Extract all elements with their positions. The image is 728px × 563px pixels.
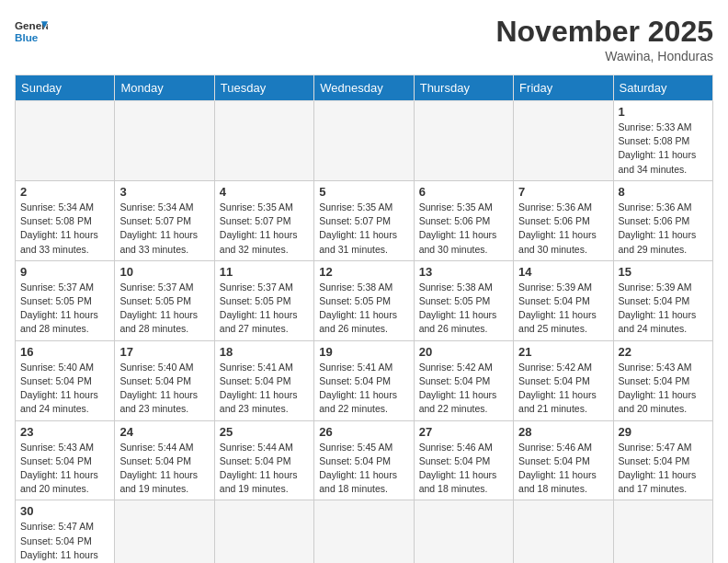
calendar-week-row: 16Sunrise: 5:40 AM Sunset: 5:04 PM Dayli… [16, 340, 713, 420]
day-number: 3 [119, 185, 209, 199]
day-info: Sunrise: 5:42 AM Sunset: 5:04 PM Dayligh… [518, 361, 608, 417]
calendar-cell: 27Sunrise: 5:46 AM Sunset: 5:04 PM Dayli… [414, 420, 513, 500]
col-header-tuesday: Tuesday [214, 75, 313, 101]
month-title: November 2025 [495, 15, 713, 49]
calendar-cell [414, 101, 513, 181]
calendar-cell [314, 101, 414, 181]
calendar-cell: 11Sunrise: 5:37 AM Sunset: 5:05 PM Dayli… [214, 260, 313, 340]
day-number: 7 [518, 185, 608, 199]
calendar-cell [16, 101, 115, 181]
day-info: Sunrise: 5:33 AM Sunset: 5:08 PM Dayligh… [619, 121, 708, 177]
day-info: Sunrise: 5:36 AM Sunset: 5:06 PM Dayligh… [619, 201, 708, 257]
calendar-cell [214, 101, 313, 181]
day-number: 1 [619, 105, 708, 119]
calendar-week-row: 23Sunrise: 5:43 AM Sunset: 5:04 PM Dayli… [16, 420, 713, 500]
day-info: Sunrise: 5:47 AM Sunset: 5:04 PM Dayligh… [20, 520, 109, 563]
day-number: 22 [619, 345, 708, 359]
calendar-cell: 21Sunrise: 5:42 AM Sunset: 5:04 PM Dayli… [514, 340, 613, 420]
calendar-cell: 26Sunrise: 5:45 AM Sunset: 5:04 PM Dayli… [314, 420, 414, 500]
calendar-cell: 5Sunrise: 5:35 AM Sunset: 5:07 PM Daylig… [314, 180, 414, 260]
location: Wawina, Honduras [495, 49, 713, 63]
day-number: 24 [119, 425, 209, 439]
day-info: Sunrise: 5:34 AM Sunset: 5:08 PM Dayligh… [20, 201, 109, 257]
calendar-cell: 14Sunrise: 5:39 AM Sunset: 5:04 PM Dayli… [514, 260, 613, 340]
col-header-wednesday: Wednesday [314, 75, 414, 101]
calendar-cell: 28Sunrise: 5:46 AM Sunset: 5:04 PM Dayli… [514, 420, 613, 500]
day-number: 5 [319, 185, 408, 199]
col-header-monday: Monday [115, 75, 214, 101]
day-info: Sunrise: 5:38 AM Sunset: 5:05 PM Dayligh… [419, 281, 508, 337]
calendar-cell: 9Sunrise: 5:37 AM Sunset: 5:05 PM Daylig… [16, 260, 115, 340]
day-info: Sunrise: 5:37 AM Sunset: 5:05 PM Dayligh… [20, 281, 109, 337]
day-number: 15 [619, 265, 708, 279]
day-number: 13 [419, 265, 508, 279]
day-number: 4 [220, 185, 309, 199]
calendar-week-row: 2Sunrise: 5:34 AM Sunset: 5:08 PM Daylig… [16, 180, 713, 260]
day-number: 20 [419, 345, 508, 359]
calendar-cell: 20Sunrise: 5:42 AM Sunset: 5:04 PM Dayli… [414, 340, 513, 420]
col-header-sunday: Sunday [16, 75, 115, 101]
calendar-cell: 4Sunrise: 5:35 AM Sunset: 5:07 PM Daylig… [214, 180, 313, 260]
calendar-cell: 30Sunrise: 5:47 AM Sunset: 5:04 PM Dayli… [16, 500, 115, 563]
day-info: Sunrise: 5:37 AM Sunset: 5:05 PM Dayligh… [119, 281, 209, 337]
day-info: Sunrise: 5:34 AM Sunset: 5:07 PM Dayligh… [119, 201, 209, 257]
day-number: 16 [20, 345, 109, 359]
page-header: General Blue November 2025 Wawina, Hondu… [15, 15, 713, 63]
day-number: 26 [319, 425, 408, 439]
col-header-saturday: Saturday [613, 75, 712, 101]
svg-text:General: General [15, 19, 48, 31]
logo: General Blue [15, 15, 48, 48]
calendar-cell: 19Sunrise: 5:41 AM Sunset: 5:04 PM Dayli… [314, 340, 414, 420]
day-info: Sunrise: 5:45 AM Sunset: 5:04 PM Dayligh… [319, 441, 408, 497]
calendar-cell: 7Sunrise: 5:36 AM Sunset: 5:06 PM Daylig… [514, 180, 613, 260]
calendar-cell: 17Sunrise: 5:40 AM Sunset: 5:04 PM Dayli… [115, 340, 214, 420]
calendar-table: SundayMondayTuesdayWednesdayThursdayFrid… [15, 75, 713, 563]
calendar-cell: 10Sunrise: 5:37 AM Sunset: 5:05 PM Dayli… [115, 260, 214, 340]
day-info: Sunrise: 5:40 AM Sunset: 5:04 PM Dayligh… [119, 361, 209, 417]
day-info: Sunrise: 5:47 AM Sunset: 5:04 PM Dayligh… [619, 441, 708, 497]
calendar-cell [115, 101, 214, 181]
calendar-cell: 8Sunrise: 5:36 AM Sunset: 5:06 PM Daylig… [613, 180, 712, 260]
day-number: 19 [319, 345, 408, 359]
day-number: 10 [119, 265, 209, 279]
day-number: 28 [518, 425, 608, 439]
day-info: Sunrise: 5:39 AM Sunset: 5:04 PM Dayligh… [518, 281, 608, 337]
day-number: 17 [119, 345, 209, 359]
calendar-header-row: SundayMondayTuesdayWednesdayThursdayFrid… [16, 75, 713, 101]
col-header-thursday: Thursday [414, 75, 513, 101]
day-info: Sunrise: 5:36 AM Sunset: 5:06 PM Dayligh… [518, 201, 608, 257]
day-info: Sunrise: 5:35 AM Sunset: 5:07 PM Dayligh… [220, 201, 309, 257]
calendar-week-row: 9Sunrise: 5:37 AM Sunset: 5:05 PM Daylig… [16, 260, 713, 340]
day-number: 30 [20, 504, 109, 518]
calendar-cell: 15Sunrise: 5:39 AM Sunset: 5:04 PM Dayli… [613, 260, 712, 340]
svg-text:Blue: Blue [15, 31, 39, 43]
calendar-cell: 18Sunrise: 5:41 AM Sunset: 5:04 PM Dayli… [214, 340, 313, 420]
day-info: Sunrise: 5:38 AM Sunset: 5:05 PM Dayligh… [319, 281, 408, 337]
calendar-cell [214, 500, 313, 563]
calendar-cell: 3Sunrise: 5:34 AM Sunset: 5:07 PM Daylig… [115, 180, 214, 260]
logo-icon: General Blue [15, 15, 48, 48]
calendar-cell [514, 500, 613, 563]
day-number: 18 [220, 345, 309, 359]
day-number: 21 [518, 345, 608, 359]
calendar-cell [414, 500, 513, 563]
calendar-cell: 1Sunrise: 5:33 AM Sunset: 5:08 PM Daylig… [613, 101, 712, 181]
calendar-cell [613, 500, 712, 563]
day-number: 23 [20, 425, 109, 439]
day-info: Sunrise: 5:43 AM Sunset: 5:04 PM Dayligh… [20, 441, 109, 497]
calendar-cell [314, 500, 414, 563]
calendar-cell: 2Sunrise: 5:34 AM Sunset: 5:08 PM Daylig… [16, 180, 115, 260]
day-number: 12 [319, 265, 408, 279]
day-info: Sunrise: 5:44 AM Sunset: 5:04 PM Dayligh… [119, 441, 209, 497]
day-number: 9 [20, 265, 109, 279]
calendar-cell: 6Sunrise: 5:35 AM Sunset: 5:06 PM Daylig… [414, 180, 513, 260]
day-number: 2 [20, 185, 109, 199]
day-info: Sunrise: 5:46 AM Sunset: 5:04 PM Dayligh… [518, 441, 608, 497]
calendar-cell: 16Sunrise: 5:40 AM Sunset: 5:04 PM Dayli… [16, 340, 115, 420]
day-info: Sunrise: 5:46 AM Sunset: 5:04 PM Dayligh… [419, 441, 508, 497]
calendar-cell: 23Sunrise: 5:43 AM Sunset: 5:04 PM Dayli… [16, 420, 115, 500]
day-info: Sunrise: 5:40 AM Sunset: 5:04 PM Dayligh… [20, 361, 109, 417]
calendar-cell: 22Sunrise: 5:43 AM Sunset: 5:04 PM Dayli… [613, 340, 712, 420]
title-block: November 2025 Wawina, Honduras [495, 15, 713, 63]
day-info: Sunrise: 5:42 AM Sunset: 5:04 PM Dayligh… [419, 361, 508, 417]
